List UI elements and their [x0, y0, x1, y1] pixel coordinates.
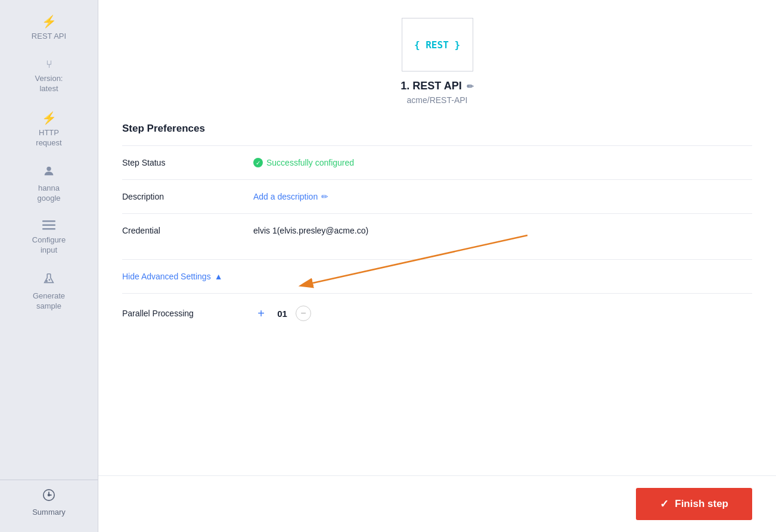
svg-rect-1	[42, 220, 55, 222]
finish-step-button[interactable]: ✓ Finish step	[636, 488, 752, 520]
description-label: Description	[122, 192, 241, 201]
credential-row: Credential elvis 1(elvis.presley@acme.co…	[122, 213, 752, 247]
sidebar-item-label: REST API	[32, 32, 66, 42]
advanced-toggle: Hide Advanced Settings ▲	[122, 259, 752, 293]
sidebar-item-label: hannagoogle	[37, 183, 60, 204]
hide-advanced-text: Hide Advanced Settings	[122, 272, 211, 281]
step-preferences-section: Step Preferences Step Status ✓ Successfu…	[122, 123, 752, 247]
svg-rect-2	[42, 225, 55, 226]
add-description-link[interactable]: Add a description ✏	[253, 192, 328, 201]
success-text: Successfully configured	[266, 158, 354, 167]
step-status-value: ✓ Successfully configured	[253, 158, 354, 167]
sidebar-item-label: Configureinput	[32, 235, 66, 256]
footer: ✓ Finish step	[98, 475, 776, 532]
dashboard-icon	[42, 489, 55, 505]
sidebar-item-generate-sample[interactable]: Generatesample	[0, 264, 98, 320]
api-title: 1. REST API ✏	[401, 80, 473, 92]
advanced-settings-container: Hide Advanced Settings ▲	[122, 259, 752, 293]
increment-button[interactable]: +	[253, 306, 269, 321]
sidebar-item-http-request[interactable]: ⚡ HTTPrequest	[0, 102, 98, 157]
edit-icon[interactable]: ✏	[467, 82, 474, 91]
bolt-icon-2: ⚡	[42, 111, 57, 125]
version-icon: ⑂	[46, 58, 52, 71]
add-description-text: Add a description	[253, 192, 318, 201]
step-status-label: Step Status	[122, 158, 241, 167]
decrement-button[interactable]: −	[296, 306, 311, 321]
bolt-icon: ⚡	[42, 14, 57, 29]
svg-rect-3	[42, 228, 55, 230]
api-subtitle: acme/REST-API	[407, 95, 468, 105]
step-status-row: Step Status ✓ Successfully configured	[122, 145, 752, 179]
sidebar-item-version[interactable]: ⑂ Version:latest	[0, 50, 98, 102]
summary-label: Summary	[32, 508, 66, 518]
content-area: { REST } 1. REST API ✏ acme/REST-API Ste…	[98, 0, 776, 532]
description-edit-icon: ✏	[321, 192, 328, 201]
description-row: Description Add a description ✏	[122, 179, 752, 213]
sidebar: ⚡ REST API ⑂ Version:latest ⚡ HTTPreques…	[0, 0, 98, 532]
checkmark-icon: ✓	[660, 497, 669, 511]
flask-icon	[42, 272, 55, 288]
svg-point-7	[48, 494, 50, 496]
sidebar-item-configure-input[interactable]: Configureinput	[0, 212, 98, 264]
advanced-toggle-link[interactable]: Hide Advanced Settings ▲	[122, 272, 752, 281]
svg-point-4	[46, 281, 47, 282]
parallel-processing-row: Parallel Processing + 01 −	[122, 293, 752, 333]
section-title: Step Preferences	[122, 123, 752, 135]
api-card: { REST }	[402, 18, 473, 71]
sidebar-item-rest-api[interactable]: ⚡ REST API	[0, 6, 98, 50]
sidebar-item-label: Generatesample	[33, 291, 65, 312]
api-title-text: 1. REST API	[401, 80, 461, 92]
counter-control: + 01 −	[253, 306, 311, 321]
svg-point-0	[46, 167, 51, 171]
chevron-up-icon: ▲	[215, 272, 223, 281]
success-dot: ✓	[253, 158, 263, 167]
api-card-container: { REST } 1. REST API ✏ acme/REST-API	[122, 12, 752, 105]
api-card-text: { REST }	[414, 39, 460, 51]
sidebar-item-summary[interactable]: Summary	[0, 480, 98, 526]
sidebar-item-label: Version:latest	[35, 74, 63, 94]
main-content: { REST } 1. REST API ✏ acme/REST-API Ste…	[98, 0, 776, 532]
credential-value: elvis 1(elvis.presley@acme.co)	[253, 226, 368, 235]
menu-icon	[42, 220, 55, 232]
sidebar-item-hanna-google[interactable]: hannagoogle	[0, 156, 98, 212]
sidebar-item-label: HTTPrequest	[36, 128, 61, 148]
counter-value: 01	[275, 309, 290, 319]
credential-label: Credential	[122, 226, 241, 235]
parallel-processing-label: Parallel Processing	[122, 309, 241, 318]
svg-point-5	[49, 279, 49, 280]
finish-step-label: Finish step	[675, 498, 728, 510]
user-icon	[42, 164, 55, 181]
